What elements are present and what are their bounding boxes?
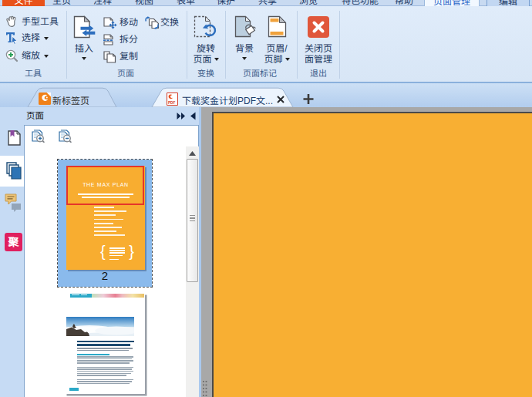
svg-text:PDF: PDF bbox=[168, 101, 175, 105]
